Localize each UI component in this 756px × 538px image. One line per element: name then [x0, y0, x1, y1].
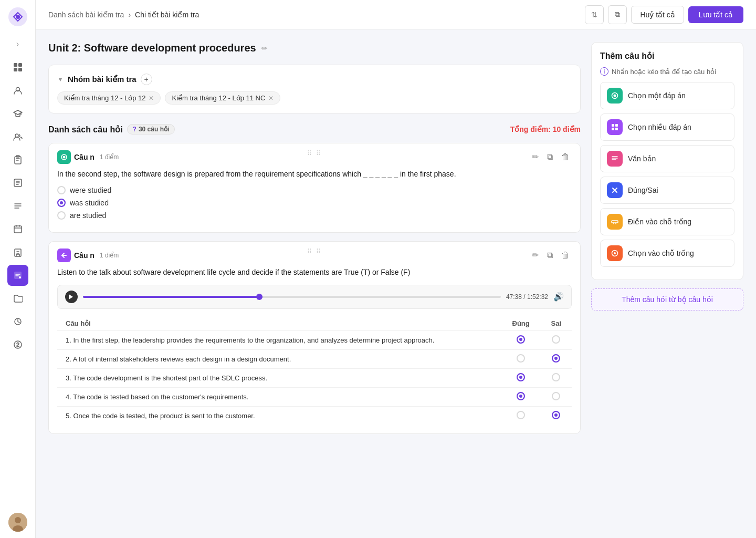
drag-handle[interactable]: ⠿ ⠿ [307, 150, 321, 157]
delete-question-2-button[interactable]: 🗑 [559, 248, 572, 262]
save-button[interactable]: Lưu tất cả [688, 6, 743, 23]
type-dien-cho-trong[interactable]: Điền vào chỗ trống [600, 208, 734, 235]
type-chon-nhieu[interactable]: Chọn nhiều đáp án [600, 113, 734, 141]
svg-rect-27 [612, 124, 614, 127]
sidebar-item-dollar[interactable] [7, 334, 28, 355]
answer-option-2: was studied [57, 199, 572, 207]
progress-fill [83, 296, 262, 298]
sidebar-item-list[interactable] [7, 195, 28, 216]
col-header-true: Đúng [501, 316, 541, 331]
add-from-bank-button[interactable]: Thêm câu hỏi từ bộ câu hỏi [591, 288, 743, 311]
cancel-button[interactable]: Huỷ tất cả [631, 6, 684, 24]
tag-remove-button[interactable]: ✕ [149, 95, 154, 102]
progress-thumb [256, 294, 262, 300]
sidebar-item-clipboard[interactable] [7, 149, 28, 170]
topbar: Danh sách bài kiểm tra › Chi tiết bài ki… [36, 0, 756, 29]
play-button[interactable] [65, 291, 78, 303]
type-icon-dien-cho-trong [607, 214, 623, 230]
sidebar-item-calendar[interactable] [7, 219, 28, 240]
unit-header: Unit 2: Software development procedures … [48, 42, 581, 54]
question-card-1: ⠿ ⠿ Câu n 1 điểm ✏ ⧉ 🗑 In [48, 143, 581, 233]
add-group-button[interactable]: + [141, 74, 152, 85]
edit-question-2-button[interactable]: ✏ [530, 248, 541, 262]
body-area: Unit 2: Software development procedures … [36, 29, 756, 538]
svg-point-7 [15, 134, 18, 137]
type-icon-van-ban [607, 151, 623, 167]
sidebar-item-users[interactable] [7, 126, 28, 147]
true-option[interactable] [501, 406, 541, 425]
duplicate-question-2-button[interactable]: ⧉ [545, 248, 555, 262]
radio-option-1[interactable] [57, 186, 66, 194]
sidebar-item-graduation[interactable] [7, 103, 28, 124]
sidebar-item-building[interactable] [7, 242, 28, 263]
type-icon-chon-cho-trong [607, 245, 623, 261]
false-option[interactable] [541, 368, 572, 387]
row-text: 2. A lot of internal stakeholders review… [57, 349, 501, 368]
edit-unit-button[interactable]: ✏ [261, 44, 268, 53]
app-logo[interactable] [7, 6, 28, 27]
total-time: 1:52:32 [527, 293, 548, 301]
audio-player: 47:38 / 1:52:32 🔊 [57, 285, 572, 309]
group-header: ▼ Nhóm bài kiểm tra + [57, 74, 572, 85]
duplicate-question-button[interactable]: ⧉ [545, 150, 555, 164]
true-option[interactable] [501, 368, 541, 387]
sidebar-item-history[interactable] [7, 311, 28, 332]
false-option[interactable] [541, 330, 572, 349]
questions-list-header: Danh sách câu hỏi ? 30 câu hỏi Tổng điểm… [48, 124, 581, 134]
question-count-badge: ? 30 câu hỏi [127, 124, 175, 134]
unit-title: Unit 2: Software development procedures [48, 42, 256, 54]
true-option[interactable] [501, 349, 541, 368]
info-row: i Nhấn hoặc kéo thả để tạo câu hỏi [600, 67, 734, 76]
svg-point-18 [15, 517, 21, 523]
type-dung-sai[interactable]: Đúng/Sai [600, 177, 734, 204]
svg-rect-12 [15, 249, 21, 256]
questions-title-text: Danh sách câu hỏi [48, 125, 123, 134]
progress-bar[interactable] [83, 296, 501, 298]
true-false-table: Câu hỏi Đúng Sai 1. In the first step, t… [57, 316, 572, 425]
false-option[interactable] [541, 349, 572, 368]
question-card-2-header: ⠿ ⠿ Câu n 1 điểm ✏ ⧉ 🗑 [49, 242, 580, 266]
group-section: ▼ Nhóm bài kiểm tra + Kiểm tra tháng 12 … [48, 65, 581, 113]
sidebar-item-book[interactable] [7, 172, 28, 193]
sidebar-item-grid[interactable] [7, 57, 28, 78]
table-row: 5. Once the code is tested, the product … [57, 406, 572, 425]
false-option[interactable] [541, 387, 572, 406]
breadcrumb-separator: › [128, 11, 131, 19]
question-2-title: Câu n [74, 251, 94, 260]
question-card-1-header: ⠿ ⠿ Câu n 1 điểm ✏ ⧉ 🗑 [49, 143, 580, 168]
delete-question-button[interactable]: 🗑 [559, 150, 572, 164]
breadcrumb-parent[interactable]: Danh sách bài kiểm tra [48, 11, 124, 19]
answer-option-3-text: are studied [70, 211, 106, 220]
time-separator: / [523, 293, 527, 301]
row-text: 3. The code development is the shortest … [57, 368, 501, 387]
info-icon: ? [133, 126, 136, 133]
user-avatar[interactable] [8, 513, 27, 532]
type-chon-cho-trong[interactable]: Chọn vào chỗ trống [600, 240, 734, 267]
sort-button[interactable]: ⇅ [585, 5, 604, 24]
type-label-van-ban: Văn bản [628, 154, 656, 163]
type-chon-mot[interactable]: Chọn một đáp án [600, 82, 734, 109]
question-1-title: Câu n [74, 153, 94, 161]
sidebar-toggle[interactable]: › [7, 34, 28, 55]
group-title: Nhóm bài kiểm tra [68, 75, 136, 84]
true-option[interactable] [501, 330, 541, 349]
type-van-ban[interactable]: Văn bản [600, 145, 734, 172]
right-panel: Thêm câu hỏi i Nhấn hoặc kéo thả để tạo … [591, 42, 743, 525]
true-option[interactable] [501, 387, 541, 406]
sidebar-item-quiz[interactable] [7, 265, 28, 286]
question-type-icon [57, 150, 71, 164]
sidebar-item-folder[interactable] [7, 288, 28, 309]
radio-option-3[interactable] [57, 211, 66, 220]
drag-handle-2[interactable]: ⠿ ⠿ [307, 248, 321, 255]
question-type-badge: Câu n 1 điểm [57, 150, 119, 164]
tag-remove-button[interactable]: ✕ [268, 95, 274, 102]
false-option[interactable] [541, 406, 572, 425]
sidebar-item-profile[interactable] [7, 80, 28, 101]
edit-question-button[interactable]: ✏ [530, 150, 541, 164]
copy-button[interactable]: ⧉ [608, 5, 627, 24]
collapse-icon[interactable]: ▼ [57, 76, 64, 83]
volume-button[interactable]: 🔊 [553, 292, 564, 302]
radio-option-2[interactable] [57, 199, 66, 207]
svg-point-1 [16, 15, 20, 19]
svg-rect-30 [615, 128, 618, 130]
